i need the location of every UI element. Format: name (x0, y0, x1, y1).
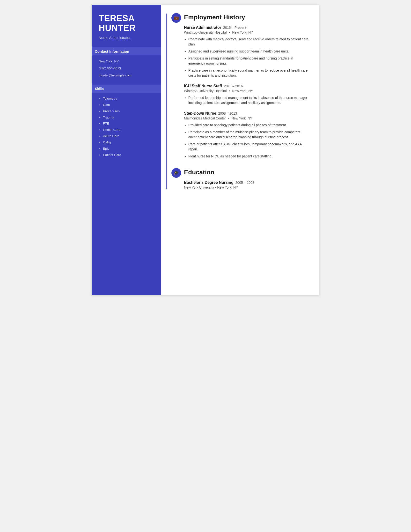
resume-document: TERESA HUNTER Nurse Administrator Contac… (92, 5, 319, 295)
job-location: Winthrop-University Hospital • New York,… (182, 89, 308, 93)
skill-item: FTE (103, 121, 154, 126)
last-name: HUNTER (99, 23, 136, 33)
job-title: Nurse Administrator (184, 25, 221, 30)
job-block: Step-Down Nurse2008 – 2013Maimonides Med… (182, 111, 308, 159)
job-bullet: Performed leadership and management task… (188, 95, 308, 105)
first-name: TERESA (99, 13, 135, 23)
education-section-title: Education (182, 169, 308, 176)
employment-section-title: Employment History (182, 14, 308, 21)
briefcase-icon: 💼 (174, 15, 179, 20)
skill-item: Patient Care (103, 153, 154, 157)
job-location: Winthrop-University Hospital • New York,… (182, 30, 308, 34)
job-bullet: Care of patients after CABG, chest tubes… (188, 142, 308, 152)
job-bullets: Performed leadership and management task… (182, 95, 308, 105)
job-dates: 2008 – 2013 (218, 112, 237, 115)
skill-item: Ccrn (103, 103, 154, 107)
skills-section: Skills TelemetryCcrnProceduresTraumaFTEH… (99, 85, 154, 157)
employment-icon-wrap: 💼 (171, 13, 181, 23)
skill-item: Epic (103, 147, 154, 151)
job-bullet: Participate in setting standards for pat… (188, 56, 308, 66)
edu-degree: Bachelor's Degree Nursing (184, 180, 234, 184)
contact-email: thunter@example.com (99, 73, 154, 78)
employment-section: 💼 Employment History Nurse Administrator… (182, 14, 308, 159)
graduation-cap-icon: 🎓 (174, 170, 179, 176)
job-dates: 2013 – 2016 (224, 84, 243, 88)
sidebar: TERESA HUNTER Nurse Administrator Contac… (92, 5, 161, 295)
jobs-list: Nurse Administrator2016 – PresentWinthro… (182, 25, 308, 159)
edu-block: Bachelor's Degree Nursing2005 – 2008New … (182, 180, 308, 189)
edu-location: New York University • New York, NY (184, 185, 308, 189)
contact-city: New York, NY (99, 59, 154, 64)
job-block: Nurse Administrator2016 – PresentWinthro… (182, 25, 308, 78)
candidate-title: Nurse Administrator (99, 36, 154, 40)
job-header: Step-Down Nurse2008 – 2013 (182, 111, 308, 116)
main-content: 💼 Employment History Nurse Administrator… (161, 5, 319, 295)
job-bullet: Practice care in an economically sound m… (188, 68, 308, 78)
timeline-line (166, 14, 167, 189)
job-bullets: Coordinate with medical doctors; send an… (182, 37, 308, 78)
skill-item: Trauma (103, 115, 154, 120)
job-bullet: Participate as a member of the multidisc… (188, 130, 308, 140)
job-header: ICU Staff Nurse Staff2013 – 2016 (182, 84, 308, 88)
skills-list: TelemetryCcrnProceduresTraumaFTEHealth C… (99, 96, 154, 157)
job-header: Nurse Administrator2016 – Present (182, 25, 308, 30)
skills-section-header: Skills (92, 85, 161, 93)
job-bullets: Provided care to oncology patients durin… (182, 123, 308, 159)
education-list: Bachelor's Degree Nursing2005 – 2008New … (182, 180, 308, 189)
skill-item: Procedures (103, 109, 154, 114)
job-dates: 2016 – Present (223, 26, 246, 29)
edu-degree-row: Bachelor's Degree Nursing2005 – 2008 (184, 180, 308, 185)
job-location: Maimonides Medical Center • New York, NY (182, 116, 308, 120)
skill-item: Acute Care (103, 134, 154, 139)
contact-phone: (330) 555-6013 (99, 66, 154, 71)
job-bullet: Assigned and supervised nursing support … (188, 49, 308, 54)
skill-item: Cabg (103, 140, 154, 145)
job-title: ICU Staff Nurse Staff (184, 84, 222, 88)
job-title: Step-Down Nurse (184, 111, 216, 116)
skill-item: Telemetry (103, 96, 154, 101)
skill-item: Health Care (103, 128, 154, 132)
job-block: ICU Staff Nurse Staff2013 – 2016Winthrop… (182, 84, 308, 105)
job-bullet: Float nurse for NICU as needed for patie… (188, 154, 308, 159)
main-inner: 💼 Employment History Nurse Administrator… (171, 14, 308, 189)
job-bullet: Provided care to oncology patients durin… (188, 123, 308, 128)
job-bullet: Coordinate with medical doctors; send an… (188, 37, 308, 47)
education-section: 🎓 Education Bachelor's Degree Nursing200… (182, 169, 308, 189)
education-icon-wrap: 🎓 (171, 168, 181, 178)
edu-dates: 2005 – 2008 (235, 181, 254, 184)
candidate-name: TERESA HUNTER (99, 14, 154, 33)
contact-section-header: Contact Information (92, 48, 161, 55)
